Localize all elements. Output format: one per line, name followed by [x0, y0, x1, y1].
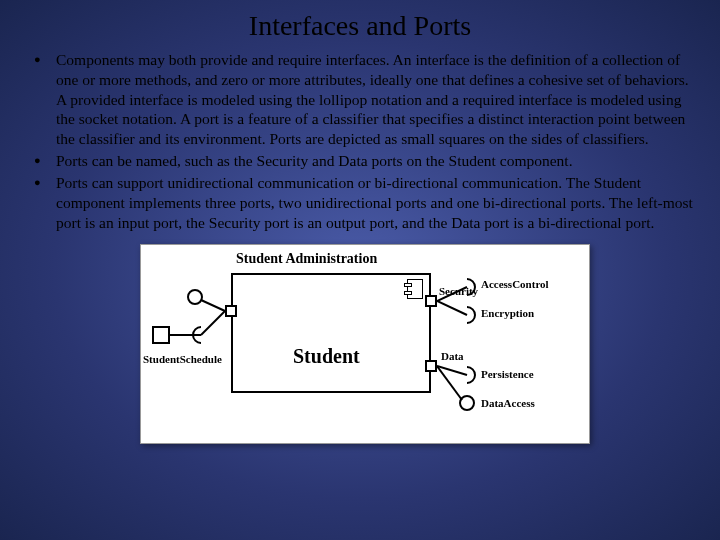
bullet-item: Components may both provide and require … [30, 50, 700, 149]
label-access-control: AccessControl [481, 278, 549, 290]
slide-content: Components may both provide and require … [0, 50, 720, 444]
component-icon [407, 279, 423, 299]
bullet-item: Ports can be named, such as the Security… [30, 151, 700, 171]
svg-line-6 [437, 301, 467, 315]
svg-point-9 [460, 396, 474, 410]
uml-diagram: Student Administration Student [140, 244, 590, 444]
bullet-list: Components may both provide and require … [30, 50, 700, 232]
slide-title: Interfaces and Ports [0, 0, 720, 50]
label-student-schedule: StudentSchedule [143, 353, 222, 365]
svg-line-0 [201, 300, 225, 311]
student-component: Student [231, 273, 431, 393]
label-encryption: Encryption [481, 307, 534, 319]
security-port [425, 295, 437, 307]
svg-rect-4 [153, 327, 169, 343]
data-port [425, 360, 437, 372]
svg-point-1 [188, 290, 202, 304]
svg-line-8 [437, 366, 462, 400]
bullet-item: Ports can support unidirectional communi… [30, 173, 700, 232]
svg-line-5 [437, 287, 467, 301]
svg-line-2 [201, 311, 225, 335]
label-student: Student [293, 345, 360, 368]
label-persistence: Persistence [481, 368, 534, 380]
label-data-access: DataAccess [481, 397, 535, 409]
label-student-admin: Student Administration [236, 251, 377, 267]
